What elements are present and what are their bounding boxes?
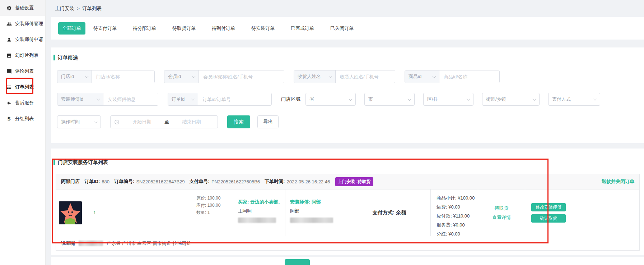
chevron-down-icon xyxy=(533,97,536,101)
order-sn-value: SN2205261622647B29 xyxy=(136,179,185,184)
buyer-label: 买家: xyxy=(238,199,249,205)
province-select-label: 省 xyxy=(309,96,314,102)
buyer-name: 云边的小卖部、 xyxy=(250,199,283,205)
subtotal-value: ¥100.00 xyxy=(458,195,475,201)
tab-pending-pickup[interactable]: 待取货订单 xyxy=(168,22,200,35)
province-select[interactable]: 省 xyxy=(305,93,356,106)
breadcrumb-parent[interactable]: 上门安装 xyxy=(55,5,74,12)
installer-name: 阿部 xyxy=(312,199,321,205)
filter-row-1: 门店id 会员id 收货人姓名 xyxy=(57,70,638,83)
sidebar-item-order-list[interactable]: 订单列表 xyxy=(0,79,45,95)
store-region-label: 门店区域 xyxy=(281,96,300,102)
modify-installer-button[interactable]: 修改安装师傅 xyxy=(531,203,566,211)
sidebar-item-label: 安装师傅申请 xyxy=(15,36,43,43)
order-time-value: 2022-05-26 16:22:46 xyxy=(286,179,330,184)
order-id-filter-group: 订单id xyxy=(168,93,272,106)
sidebar-item-installer-management[interactable]: 安装师傅管理 xyxy=(0,16,45,32)
district-select[interactable]: 区/县 xyxy=(423,93,473,106)
confirm-pickup-button[interactable]: 确认取货 xyxy=(531,214,566,223)
member-input[interactable] xyxy=(199,70,284,83)
product-id-select[interactable]: 商品id xyxy=(405,70,439,83)
receiver-phone-redacted xyxy=(79,241,103,246)
quantity-value: 1 xyxy=(207,210,210,215)
city-select[interactable]: 市 xyxy=(364,93,415,106)
status-links-cell: 待取货 查看详情 xyxy=(478,189,525,236)
status-badge: 上门安装 :待取货 xyxy=(335,177,373,186)
order-id-select-label: 订单id xyxy=(172,96,185,102)
tab-all-orders[interactable]: 全部订单 xyxy=(58,22,85,35)
installer-filter-group: 安装师傅id xyxy=(57,93,158,106)
product-filter-group: 商品id xyxy=(405,70,500,83)
member-id-select[interactable]: 会员id xyxy=(164,70,199,83)
order-id-value: 680 xyxy=(102,179,109,184)
gear-icon xyxy=(6,5,12,11)
payment-method-value: 余额 xyxy=(396,210,406,216)
comment-icon xyxy=(6,68,12,74)
tab-pending-payment[interactable]: 待支付订单 xyxy=(89,22,121,35)
order-list-title: 门店安装服务订单列表 xyxy=(53,159,640,165)
store-input[interactable] xyxy=(92,70,154,83)
status-pending-pickup-link[interactable]: 待取货 xyxy=(495,204,509,213)
installer-id-select[interactable]: 安装师傅id xyxy=(57,93,103,105)
pagination-button-partial[interactable] xyxy=(285,259,310,265)
original-price-label: 原价: xyxy=(196,196,206,201)
sidebar-item-basic-settings[interactable]: 基础设置 xyxy=(0,0,45,16)
order-status-tabs: 全部订单 待支付订单 待分配订单 待取货订单 待到付订单 待安装订单 已完成订单… xyxy=(51,17,644,40)
quantity-label: 数量: xyxy=(196,210,206,215)
receiver-select-label: 收货人姓名 xyxy=(298,73,321,80)
chevron-down-icon xyxy=(192,74,196,78)
street-select-label: 街道/乡镇 xyxy=(486,96,506,102)
service-fee-label: 服务费: xyxy=(437,222,452,228)
operation-time-select[interactable]: 操作时间 xyxy=(57,115,101,128)
order-body-row: 1 原价: 100.00 应付: 100.00 数量: 1 买家: 云边的小卖部… xyxy=(56,189,639,236)
order-id-input[interactable] xyxy=(198,93,271,105)
chevron-down-icon xyxy=(349,97,353,101)
chevron-down-icon xyxy=(467,97,470,101)
search-button[interactable]: 搜索 xyxy=(227,115,250,128)
street-select[interactable]: 街道/乡镇 xyxy=(482,93,540,106)
receiver-filter-group: 收货人姓名 xyxy=(294,70,395,83)
product-input[interactable] xyxy=(439,70,499,83)
receiver-name-select[interactable]: 收货人姓名 xyxy=(294,70,336,83)
order-id-label: 订单ID: xyxy=(84,178,100,185)
tab-closed[interactable]: 已关闭订单 xyxy=(326,22,358,35)
order-time-label: 下单时间: xyxy=(265,178,285,185)
sidebar-item-after-sales[interactable]: 售后服务 xyxy=(0,95,45,111)
receiver-input[interactable] xyxy=(336,70,395,83)
date-range-picker[interactable]: 开始日期 至 结束日期 xyxy=(110,115,218,128)
actions-cell: 修改安装师傅 确认取货 xyxy=(525,189,639,236)
payable-value: 100.00 xyxy=(207,203,221,208)
list-icon xyxy=(6,84,12,90)
order-id-select[interactable]: 订单id xyxy=(168,93,198,105)
store-filter-group: 门店id xyxy=(57,70,155,83)
end-date-placeholder: 结束日期 xyxy=(169,119,214,125)
chevron-down-icon xyxy=(329,74,332,78)
sidebar-item-dividend-list[interactable]: $ 分红列表 xyxy=(0,111,45,127)
pay-sn-label: 支付单号: xyxy=(190,178,210,185)
buyer-cell: 买家: 云边的小卖部、 王呵呵 xyxy=(233,189,285,236)
district-select-label: 区/县 xyxy=(427,96,438,102)
sidebar-item-label: 基础设置 xyxy=(15,5,34,11)
sidebar-item-installer-apply[interactable]: 安装师傅申请 xyxy=(0,32,45,47)
sidebar-item-comments[interactable]: 评论列表 xyxy=(0,63,45,79)
reply-icon xyxy=(6,100,12,106)
start-date-placeholder: 开始日期 xyxy=(120,119,164,125)
order-table: 阿部门店 订单ID: 680 订单编号: SN2205261622647B29 … xyxy=(56,174,640,251)
order-sn-label: 订单编号: xyxy=(114,178,134,185)
tab-pending-assign[interactable]: 待分配订单 xyxy=(129,22,160,35)
refund-close-link[interactable]: 退款并关闭订单 xyxy=(602,178,634,185)
dividend-label: 分红: xyxy=(437,231,447,237)
tab-completed[interactable]: 已完成订单 xyxy=(286,22,318,35)
tab-pending-cod[interactable]: 待到付订单 xyxy=(207,22,239,35)
sidebar-item-label: 评论列表 xyxy=(15,68,34,74)
original-price-value: 100.00 xyxy=(207,196,221,201)
order-header-row: 阿部门店 订单ID: 680 订单编号: SN2205261622647B29 … xyxy=(56,174,639,189)
installer-input[interactable] xyxy=(103,93,158,105)
view-details-link[interactable]: 查看详情 xyxy=(492,213,511,222)
export-button[interactable]: 导出 xyxy=(257,115,279,128)
tab-pending-install[interactable]: 待安装订单 xyxy=(247,22,279,35)
payment-method-select[interactable]: 支付方式 xyxy=(548,93,600,106)
sidebar-item-slides[interactable]: 幻灯片列表 xyxy=(0,47,45,63)
order-footer-row: 说漏嘴 广东省 广州市 白云区 新市街道 拉油司机 xyxy=(56,236,639,250)
store-id-select[interactable]: 门店id xyxy=(57,70,92,83)
